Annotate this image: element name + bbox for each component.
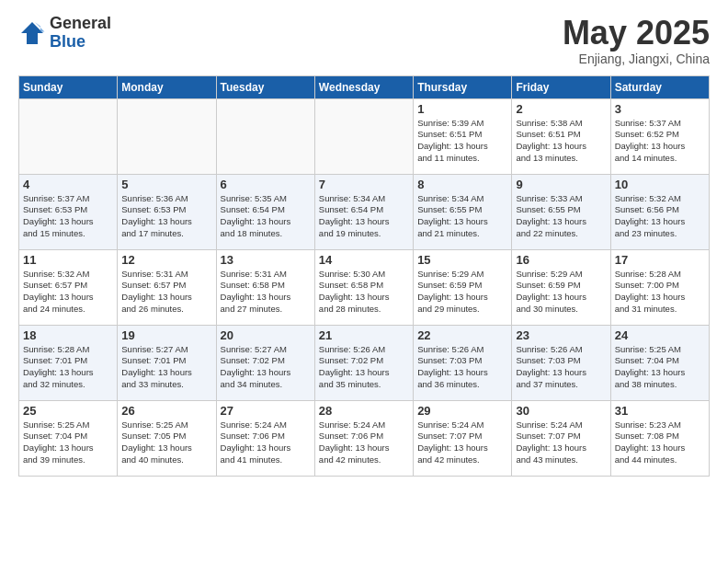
calendar-cell: 23Sunrise: 5:26 AM Sunset: 7:03 PM Dayli… [512,325,610,400]
day-info: Sunrise: 5:29 AM Sunset: 6:59 PM Dayligh… [417,269,507,316]
day-number: 26 [121,404,211,418]
column-header-tuesday: Tuesday [216,75,314,98]
calendar-cell: 2Sunrise: 5:38 AM Sunset: 6:51 PM Daylig… [512,98,610,174]
day-number: 17 [615,253,705,267]
day-number: 20 [221,328,311,342]
calendar-cell: 30Sunrise: 5:24 AM Sunset: 7:07 PM Dayli… [512,400,610,476]
day-number: 21 [319,328,409,342]
day-info: Sunrise: 5:24 AM Sunset: 7:06 PM Dayligh… [319,419,409,466]
calendar-cell: 26Sunrise: 5:25 AM Sunset: 7:05 PM Dayli… [118,400,216,476]
day-number: 8 [417,178,507,191]
day-info: Sunrise: 5:32 AM Sunset: 6:57 PM Dayligh… [23,269,113,316]
day-info: Sunrise: 5:24 AM Sunset: 7:07 PM Dayligh… [417,419,507,466]
day-number: 14 [319,253,409,267]
day-info: Sunrise: 5:38 AM Sunset: 6:51 PM Dayligh… [516,118,606,165]
logo-text: General Blue [50,15,111,52]
header: General Blue May 2025 Enjiang, Jiangxi, … [18,15,710,66]
calendar-cell: 3Sunrise: 5:37 AM Sunset: 6:52 PM Daylig… [610,98,709,174]
day-number: 31 [615,404,705,418]
calendar-cell: 11Sunrise: 5:32 AM Sunset: 6:57 PM Dayli… [19,249,118,325]
day-number: 12 [121,253,211,267]
day-info: Sunrise: 5:39 AM Sunset: 6:51 PM Dayligh… [417,118,507,165]
calendar-table: SundayMondayTuesdayWednesdayThursdayFrid… [18,75,710,477]
calendar-header-row: SundayMondayTuesdayWednesdayThursdayFrid… [19,75,710,98]
day-number: 9 [516,178,606,191]
calendar-cell: 16Sunrise: 5:29 AM Sunset: 6:59 PM Dayli… [512,249,610,325]
day-info: Sunrise: 5:25 AM Sunset: 7:04 PM Dayligh… [615,344,705,391]
day-info: Sunrise: 5:35 AM Sunset: 6:54 PM Dayligh… [221,193,311,240]
calendar-week-row: 25Sunrise: 5:25 AM Sunset: 7:04 PM Dayli… [19,400,710,476]
column-header-thursday: Thursday [414,75,512,98]
calendar-cell: 8Sunrise: 5:34 AM Sunset: 6:55 PM Daylig… [414,174,512,249]
calendar-cell: 25Sunrise: 5:25 AM Sunset: 7:04 PM Dayli… [19,400,118,476]
page: General Blue May 2025 Enjiang, Jiangxi, … [0,0,728,563]
logo-blue: Blue [50,33,111,52]
day-number: 1 [417,102,507,116]
calendar-cell: 9Sunrise: 5:33 AM Sunset: 6:55 PM Daylig… [512,174,610,249]
day-info: Sunrise: 5:34 AM Sunset: 6:55 PM Dayligh… [417,193,507,240]
day-info: Sunrise: 5:28 AM Sunset: 7:01 PM Dayligh… [23,344,113,391]
calendar-cell [19,98,118,174]
day-number: 10 [615,178,705,191]
day-info: Sunrise: 5:33 AM Sunset: 6:55 PM Dayligh… [516,193,606,240]
day-number: 6 [221,178,311,191]
day-number: 28 [319,404,409,418]
calendar-cell: 12Sunrise: 5:31 AM Sunset: 6:57 PM Dayli… [118,249,216,325]
day-number: 2 [516,102,606,116]
calendar-cell: 7Sunrise: 5:34 AM Sunset: 6:54 PM Daylig… [314,174,413,249]
calendar-cell [216,98,314,174]
location: Enjiang, Jiangxi, China [563,52,710,66]
day-number: 13 [221,253,311,267]
calendar-cell: 18Sunrise: 5:28 AM Sunset: 7:01 PM Dayli… [19,325,118,400]
calendar-cell: 15Sunrise: 5:29 AM Sunset: 6:59 PM Dayli… [414,249,512,325]
day-info: Sunrise: 5:23 AM Sunset: 7:08 PM Dayligh… [615,419,705,466]
calendar-cell [314,98,413,174]
column-header-saturday: Saturday [610,75,709,98]
day-number: 15 [417,253,507,267]
day-info: Sunrise: 5:31 AM Sunset: 6:58 PM Dayligh… [221,269,311,316]
calendar-cell: 4Sunrise: 5:37 AM Sunset: 6:53 PM Daylig… [19,174,118,249]
day-number: 24 [615,328,705,342]
day-info: Sunrise: 5:27 AM Sunset: 7:02 PM Dayligh… [221,344,311,391]
day-number: 27 [221,404,311,418]
calendar-cell: 29Sunrise: 5:24 AM Sunset: 7:07 PM Dayli… [414,400,512,476]
day-number: 18 [23,328,113,342]
calendar-cell: 5Sunrise: 5:36 AM Sunset: 6:53 PM Daylig… [118,174,216,249]
calendar-cell: 22Sunrise: 5:26 AM Sunset: 7:03 PM Dayli… [414,325,512,400]
calendar-week-row: 1Sunrise: 5:39 AM Sunset: 6:51 PM Daylig… [19,98,710,174]
day-number: 25 [23,404,113,418]
day-number: 29 [417,404,507,418]
logo-general: General [50,15,111,33]
calendar-cell: 13Sunrise: 5:31 AM Sunset: 6:58 PM Dayli… [216,249,314,325]
day-info: Sunrise: 5:25 AM Sunset: 7:05 PM Dayligh… [121,419,211,466]
day-number: 30 [516,404,606,418]
day-info: Sunrise: 5:29 AM Sunset: 6:59 PM Dayligh… [516,269,606,316]
day-info: Sunrise: 5:24 AM Sunset: 7:06 PM Dayligh… [221,419,311,466]
day-info: Sunrise: 5:31 AM Sunset: 6:57 PM Dayligh… [121,269,211,316]
column-header-monday: Monday [118,75,216,98]
column-header-friday: Friday [512,75,610,98]
day-number: 22 [417,328,507,342]
calendar-cell: 28Sunrise: 5:24 AM Sunset: 7:06 PM Dayli… [314,400,413,476]
calendar-cell: 14Sunrise: 5:30 AM Sunset: 6:58 PM Dayli… [314,249,413,325]
day-info: Sunrise: 5:28 AM Sunset: 7:00 PM Dayligh… [615,269,705,316]
day-info: Sunrise: 5:37 AM Sunset: 6:53 PM Dayligh… [23,193,113,240]
calendar-cell: 31Sunrise: 5:23 AM Sunset: 7:08 PM Dayli… [610,400,709,476]
calendar-cell: 21Sunrise: 5:26 AM Sunset: 7:02 PM Dayli… [314,325,413,400]
day-info: Sunrise: 5:24 AM Sunset: 7:07 PM Dayligh… [516,419,606,466]
day-info: Sunrise: 5:30 AM Sunset: 6:58 PM Dayligh… [319,269,409,316]
svg-marker-0 [21,22,43,44]
month-title: May 2025 [563,15,710,52]
day-number: 19 [121,328,211,342]
day-info: Sunrise: 5:37 AM Sunset: 6:52 PM Dayligh… [615,118,705,165]
day-number: 11 [23,253,113,267]
calendar-week-row: 4Sunrise: 5:37 AM Sunset: 6:53 PM Daylig… [19,174,710,249]
calendar-cell: 20Sunrise: 5:27 AM Sunset: 7:02 PM Dayli… [216,325,314,400]
day-info: Sunrise: 5:32 AM Sunset: 6:56 PM Dayligh… [615,193,705,240]
logo-icon [18,19,46,47]
column-header-sunday: Sunday [19,75,118,98]
day-info: Sunrise: 5:34 AM Sunset: 6:54 PM Dayligh… [319,193,409,240]
calendar-cell: 1Sunrise: 5:39 AM Sunset: 6:51 PM Daylig… [414,98,512,174]
calendar-week-row: 18Sunrise: 5:28 AM Sunset: 7:01 PM Dayli… [19,325,710,400]
day-number: 7 [319,178,409,191]
